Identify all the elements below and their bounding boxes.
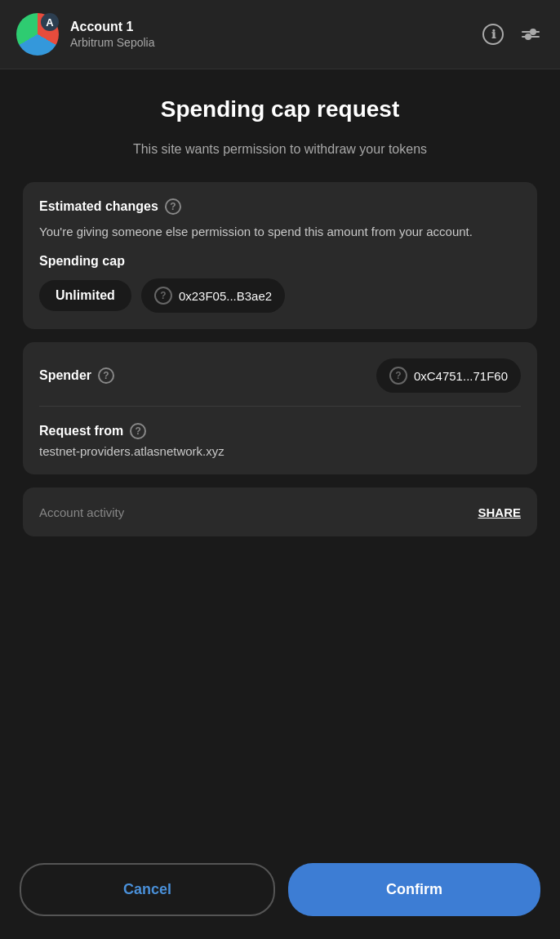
partial-card-right[interactable]: SHARE xyxy=(478,505,521,519)
avatar: A xyxy=(16,13,59,56)
card-divider xyxy=(39,406,521,407)
request-from-label: Request from xyxy=(39,424,123,438)
token-address-badge[interactable]: ? 0x23F05...B3ae2 xyxy=(141,278,285,313)
spender-address-text: 0xC4751...71F60 xyxy=(414,369,508,383)
request-from-url: testnet-providers.atlasnetwork.xyz xyxy=(39,444,521,458)
cancel-button[interactable]: Cancel xyxy=(20,863,275,916)
spender-address-badge[interactable]: ? 0xC4751...71F60 xyxy=(376,358,521,393)
spender-address-help-icon[interactable]: ? xyxy=(389,367,407,385)
footer: Cancel Confirm xyxy=(0,850,560,939)
partial-card-left: Account activity xyxy=(39,505,124,519)
network-name: Arbitrum Sepolia xyxy=(70,36,480,49)
token-address-text: 0x23F05...B3ae2 xyxy=(179,289,272,303)
estimated-changes-title: Estimated changes ? xyxy=(39,198,521,215)
header: A Account 1 Arbitrum Sepolia ℹ xyxy=(0,0,560,69)
estimated-changes-help-icon[interactable]: ? xyxy=(165,198,181,215)
avatar-letter: A xyxy=(41,13,59,31)
page-subtitle: This site wants permission to withdraw y… xyxy=(23,140,537,159)
partial-card: Account activity SHARE xyxy=(23,487,537,536)
estimated-changes-card: Estimated changes ? You're giving someon… xyxy=(23,182,537,330)
spender-card: Spender ? ? 0xC4751...71F60 Request from… xyxy=(23,342,537,474)
confirm-button[interactable]: Confirm xyxy=(288,863,540,916)
info-icon: ℹ xyxy=(482,24,504,45)
spender-label-row: Spender ? xyxy=(39,367,114,384)
account-name: Account 1 xyxy=(70,20,480,34)
spender-help-icon[interactable]: ? xyxy=(98,367,114,384)
spender-row: Spender ? ? 0xC4751...71F60 xyxy=(39,358,521,393)
main-content: Spending cap request This site wants per… xyxy=(0,69,560,656)
info-button[interactable]: ℹ xyxy=(480,21,506,47)
estimated-changes-description: You're giving someone else permission to… xyxy=(39,223,521,242)
page-title: Spending cap request xyxy=(23,96,537,123)
sliders-icon xyxy=(522,31,540,38)
estimated-changes-label: Estimated changes xyxy=(39,199,158,214)
request-from-help-icon[interactable]: ? xyxy=(130,423,146,439)
request-from-label-row: Request from ? xyxy=(39,423,521,439)
spender-label: Spender xyxy=(39,368,91,383)
header-icons: ℹ xyxy=(480,21,544,47)
spending-cap-value-badge: Unlimited xyxy=(39,280,131,311)
spending-cap-row: Unlimited ? 0x23F05...B3ae2 xyxy=(39,278,521,313)
settings-button[interactable] xyxy=(518,21,544,47)
spending-cap-label: Spending cap xyxy=(39,254,521,269)
account-info: Account 1 Arbitrum Sepolia xyxy=(70,20,480,49)
token-help-icon[interactable]: ? xyxy=(154,287,172,305)
request-from-section: Request from ? testnet-providers.atlasne… xyxy=(39,420,521,458)
